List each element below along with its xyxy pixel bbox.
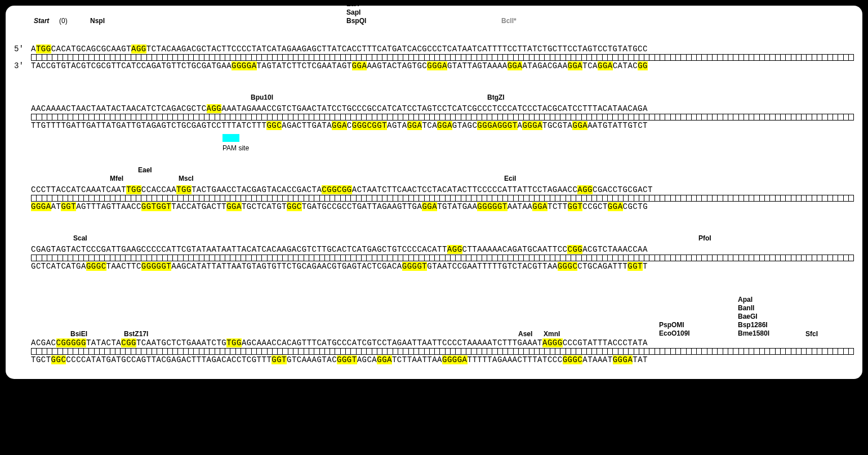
- label-xmni: XmnI: [544, 330, 560, 338]
- label-bpu10i: Bpu10I: [251, 93, 273, 101]
- label-bme1580i: Bme1580I: [738, 329, 769, 338]
- label-eaei: EaeI: [138, 166, 152, 174]
- label-zero: (0): [59, 17, 68, 25]
- label-apai: ApaI: [738, 296, 769, 304]
- seq1-top: ATGGCACATGCAGCGCAAGTAGGTCTACAAGACGCTACTT…: [31, 44, 648, 53]
- label-bsp1286i: Bsp1286I: [738, 321, 769, 329]
- seq3-top: CCCTTACCATCAAATCAATTGGCCACCAATGGTACTGAAC…: [31, 185, 653, 194]
- label-asei: AseI: [518, 330, 532, 338]
- label-pspomi: PspOMI: [659, 321, 690, 329]
- pam-site-box: [222, 134, 239, 142]
- label-msci: MscI: [179, 175, 194, 182]
- label-nspi: NspI: [90, 17, 105, 25]
- ruler-4: [31, 255, 854, 261]
- label-btgzi: BtgZI: [487, 93, 505, 101]
- label-sfci: SfcI: [805, 330, 818, 338]
- label-bspqi: BspQI: [346, 17, 366, 25]
- label-baegi: BaeGI: [738, 313, 769, 321]
- label-bcli: BclI*: [501, 17, 517, 25]
- label-bstz17i: BstZ17I: [124, 330, 148, 338]
- label-scai: ScaI: [73, 234, 87, 242]
- label-pfoi: PfoI: [698, 234, 711, 242]
- seq5-bot: TGCTGGCCCCCATATGATGCCAGTTACGAGACTTTAGACA…: [31, 355, 648, 364]
- ruler-5: [31, 348, 854, 355]
- label-ecii: EciI: [504, 175, 516, 182]
- seq1-bot: TACCGTGTACGTCGCGTTCATCCAGATGTTCTGCGATGAA…: [31, 61, 648, 70]
- seq5-top: ACGACCGGGGGTATACTACGGTCAATGCTCTGAAATCTGT…: [31, 338, 648, 347]
- seq2-bot: TTGTTTTGATTGATTATGATTGTAGAGTCTGCGAGTCCTT…: [31, 121, 648, 130]
- ruler-3: [31, 195, 854, 202]
- seq4-top: CGAGTAGTACTCCCGATTGAAGCCCCCATTCGTATAATAA…: [31, 245, 648, 254]
- label-mfei: MfeI: [110, 175, 123, 182]
- prefix-5: 5': [14, 44, 31, 53]
- label-start: Start: [34, 17, 49, 25]
- seq2-top: AACAAAACTAACTAATACTAACATCTCAGACGCTCAGGAA…: [31, 104, 648, 113]
- label-sapi: SapI: [346, 8, 366, 17]
- seq3-bot: GGGAATGGTAGTTTAGTTAACCGGTGGTTACCATGACTTG…: [31, 202, 648, 211]
- pam-site-label: PAM site: [222, 144, 854, 152]
- ruler-1: [31, 54, 854, 61]
- seq4-bot: GCTCATCATGAGGGCTAACTTCGGGGGTAAGCATATTATT…: [31, 262, 648, 271]
- prefix-3: 3': [14, 61, 31, 70]
- label-ecoo109i: EcoO109I: [659, 329, 690, 338]
- label-bsiei: BsiEI: [70, 330, 87, 338]
- ruler-2: [31, 114, 854, 121]
- label-banii: BanII: [738, 304, 769, 313]
